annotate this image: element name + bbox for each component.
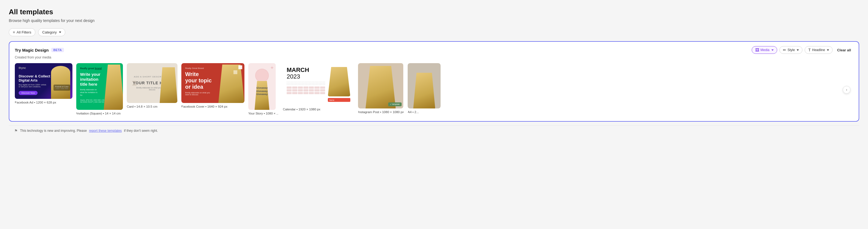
card5-dots-icon: ✦ [270, 65, 274, 71]
template-label-calendar: Calendar • 1920 × 1080 px [283, 108, 354, 111]
card6-march: MARCH [287, 67, 325, 73]
beta-badge: BETA [51, 48, 64, 52]
filter-icon: ≡ [13, 30, 15, 34]
category-button[interactable]: Category [38, 28, 65, 36]
notice-text-after: if they don't seem right. [124, 129, 158, 133]
media-filter-button[interactable]: 🖼 Media [752, 46, 777, 54]
template-label-invitation: Invitation (Square) • 14 × 14 cm [76, 112, 123, 115]
chevron-down-icon [59, 32, 61, 33]
card4-corner-square1 [239, 65, 242, 69]
notice-flag-icon: ⚑ [14, 128, 18, 133]
notice-bar: ⚑ This technology is new and improving. … [9, 125, 859, 136]
magic-filters: 🖼 Media ✏ Style T Headline Clear all [752, 46, 853, 54]
template-card-invitation[interactable]: Really great brand Write yourinvitationt… [76, 63, 123, 115]
card6-cell [287, 89, 291, 91]
template-card-card[interactable]: ADD A SHORT DESCRIPTION ⧗ YOUR TITLE HER… [127, 63, 178, 108]
template-card-facebook-cover[interactable]: Really Great Brand Writeyour topicor ide… [181, 63, 244, 108]
card6-grid [287, 86, 325, 94]
page-subtitle: Browse high quality templates for your n… [9, 19, 859, 23]
card2-statue [104, 64, 123, 110]
card6-right: Name [328, 67, 350, 102]
card6-red-bar: Name [328, 98, 350, 102]
template-label-card: Card • 14.8 × 10.5 cm [127, 105, 178, 108]
card5-circle [255, 69, 269, 82]
card8-background [408, 63, 441, 109]
card6-cell [320, 89, 325, 91]
card6-cell [309, 89, 314, 91]
card7-background: ✓ template [358, 63, 403, 109]
headline-icon: T [808, 48, 811, 52]
headline-filter-button[interactable]: T Headline [805, 46, 833, 54]
template-card-facebook-ad[interactable]: thync Portrait of Color705 × 999 995 Dis… [15, 63, 72, 104]
magic-title-row: Try Magic Design BETA [15, 48, 64, 53]
style-label: Style [787, 48, 795, 52]
template-thumb-facebook-cover: Really Great Brand Writeyour topicor ide… [181, 63, 244, 103]
media-label: Media [761, 48, 770, 52]
card6-cell [298, 92, 303, 94]
card6-cell [303, 92, 308, 94]
scroll-right-arrow[interactable]: › [843, 86, 850, 94]
template-label-facebook-cover: Facebook Cover • 1640 × 924 px [181, 105, 244, 108]
card6-cell [320, 92, 325, 94]
card6-cell [287, 92, 291, 94]
card6-statue [328, 67, 350, 96]
template-thumb-facebook-ad: thync Portrait of Color705 × 999 995 Dis… [15, 63, 72, 99]
card6-left: MARCH 2023 [287, 67, 325, 102]
magic-title: Try Magic Design [15, 48, 49, 53]
template-thumb-a4 [408, 63, 441, 109]
card6-cell [309, 86, 314, 89]
card4-corner-deco [234, 65, 242, 74]
template-card-instagram[interactable]: ✓ template Instagram Post • 1080 × 1080 … [358, 63, 404, 114]
card6-background: MARCH 2023 [283, 63, 354, 106]
template-label-instagram: Instagram Post • 1080 × 1080 px [358, 110, 404, 114]
card1-subtitle: Buy digital art from 1000+ artistsor sel… [19, 84, 69, 88]
card6-dash3 [287, 85, 325, 85]
card7-statue [365, 66, 396, 109]
template-thumb-your-story: GiveawayGiveawayGiveaway ✦ [248, 63, 279, 110]
card3-hourglass-icon: ⧗ [132, 79, 137, 88]
template-label-facebook-ad: Facebook Ad • 1200 × 628 px [15, 101, 72, 104]
template-label-a4: A4 • 2... [408, 110, 441, 114]
style-icon: ✏ [783, 48, 786, 52]
card1-cta: Discover Now [19, 91, 38, 95]
card1-background: thync Portrait of Color705 × 999 995 Dis… [15, 63, 72, 99]
category-label: Category [42, 30, 57, 34]
template-thumb-card: ADD A SHORT DESCRIPTION ⧗ YOUR TITLE HER… [127, 63, 178, 103]
template-card-a4[interactable]: A4 • 2... [408, 63, 441, 114]
notice-text: This technology is new and improving. Pl… [20, 129, 87, 133]
card6-cell [292, 89, 297, 91]
card3-background: ADD A SHORT DESCRIPTION ⧗ YOUR TITLE HER… [127, 63, 178, 103]
report-templates-link[interactable]: report these templates [89, 129, 122, 133]
card6-cell [287, 86, 291, 89]
card6-cell [298, 86, 303, 89]
card6-dash2 [287, 83, 325, 84]
card6-cell [314, 89, 319, 91]
template-thumb-invitation: Really great brand Write yourinvitationt… [76, 63, 123, 110]
card8-statue [413, 73, 435, 109]
all-filters-button[interactable]: ≡ All Filters [9, 28, 35, 36]
card6-cell [314, 86, 319, 89]
templates-wrapper: thync Portrait of Color705 × 999 995 Dis… [15, 63, 853, 116]
template-card-calendar[interactable]: MARCH 2023 [283, 63, 354, 111]
style-filter-button[interactable]: ✏ Style [779, 46, 803, 54]
style-chevron-icon [797, 50, 799, 51]
template-label-your-story: Your Story • 1080 × ... [248, 112, 279, 115]
card4-body: Briefly elaborate on what youwant to dis… [185, 92, 241, 95]
card6-cell [292, 92, 297, 94]
card5-giveaway-text: GiveawayGiveawayGiveaway [248, 86, 276, 96]
filters-row: ≡ All Filters Category [9, 28, 859, 36]
card6-cell [298, 89, 303, 91]
magic-subtitle: Created from your media [15, 55, 853, 59]
templates-scroll[interactable]: thync Portrait of Color705 × 999 995 Dis… [15, 63, 853, 116]
clear-all-button[interactable]: Clear all [835, 47, 853, 53]
media-icon: 🖼 [755, 48, 759, 52]
card6-cell [292, 86, 297, 89]
card4-title: Writeyour topicor idea [185, 71, 241, 90]
all-filters-label: All Filters [17, 30, 31, 34]
card3-statue [160, 67, 178, 103]
card1-logo: thync [19, 66, 26, 69]
card1-content: Discover & CollectDigital Arts Buy digit… [19, 74, 69, 95]
page-container: All templates Browse high quality templa… [0, 0, 868, 141]
magic-panel-header: Try Magic Design BETA 🖼 Media ✏ Style T … [15, 46, 853, 54]
template-card-your-story[interactable]: GiveawayGiveawayGiveaway ✦ Your Story • … [248, 63, 279, 115]
